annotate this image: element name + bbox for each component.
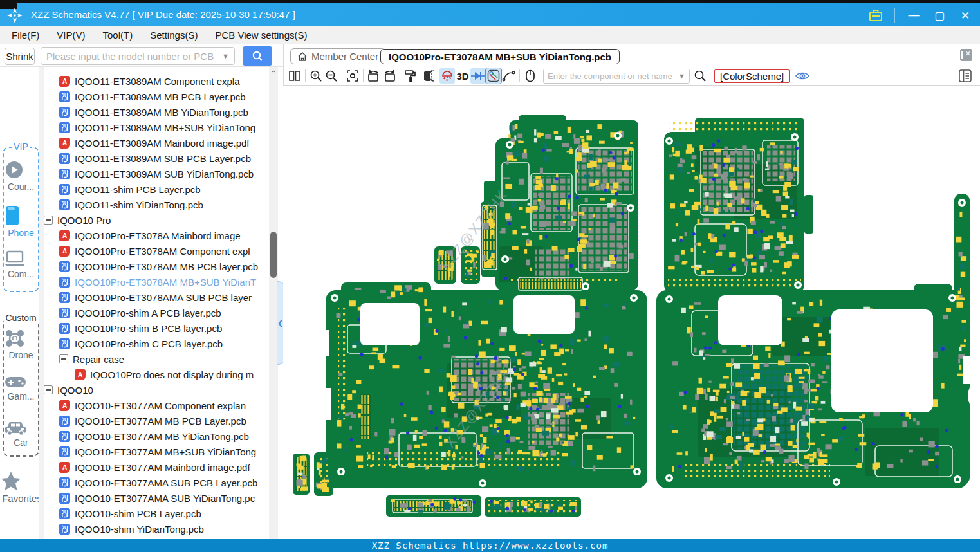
chevron-down-icon[interactable]: ▼ bbox=[678, 72, 685, 80]
net-search-combo[interactable]: ▼ bbox=[543, 69, 690, 84]
measure-icon[interactable] bbox=[486, 68, 501, 84]
sidebar-item-favorites[interactable]: Favorites bbox=[0, 471, 44, 504]
tree-item-label: IQOO10-shim YiDianTong.pcb bbox=[75, 524, 204, 535]
phone-icon bbox=[4, 205, 21, 226]
briefcase-icon[interactable] bbox=[869, 9, 883, 22]
active-tab[interactable]: IQOO10Pro-ET3078AM MB+SUB YiDianTong.pcb bbox=[380, 49, 620, 64]
diode-icon[interactable] bbox=[470, 68, 486, 84]
tree-item[interactable]: AIQOO10Pro-ET3078AM Component expl bbox=[44, 243, 269, 259]
tree-item[interactable]: IQOO10Pro-shim A PCB layer.pcb bbox=[44, 305, 269, 320]
tree-item-label: IQOO10Pro-ET3078AM MB PCB layer.pcb bbox=[75, 261, 258, 272]
tree-item[interactable]: IQOO10Pro-shim B PCB layer.pcb bbox=[44, 320, 269, 336]
tree-item-label: IQOO10Pro-shim B PCB layer.pcb bbox=[75, 323, 222, 334]
sidebar-item-game[interactable]: Gam... bbox=[4, 374, 38, 401]
tree-item[interactable]: IQOO10-ET3077AMA SUB YiDianTong.pc bbox=[44, 490, 269, 506]
tree-item[interactable]: IQOO10Pro-ET3078AM MB PCB layer.pcb bbox=[44, 259, 269, 274]
rotate-right-icon[interactable] bbox=[382, 68, 397, 84]
tree-item[interactable]: IQOO10-ET3077AM MB YiDianTong.pcb bbox=[44, 428, 269, 444]
tree-item[interactable]: AIQOO11-ET3089AM Mainbord image.pdf bbox=[44, 135, 269, 151]
tree-item[interactable]: IQOO11-ET3089AM SUB PCB Layer.pcb bbox=[44, 151, 269, 166]
model-search-input[interactable] bbox=[46, 51, 222, 62]
pdf-file-icon: A bbox=[59, 246, 70, 257]
pcb-drawing: XZZ@XZZHK XZZ@XZZHK bbox=[283, 86, 980, 539]
sidebar-scrollbar[interactable] bbox=[39, 67, 44, 539]
tree-group[interactable]: IQOO10 Pro bbox=[44, 212, 269, 228]
net-search-input[interactable] bbox=[548, 71, 678, 81]
3d-toggle[interactable]: 3D bbox=[455, 68, 470, 84]
member-center-button[interactable]: Member Center bbox=[290, 48, 385, 64]
tree-group[interactable]: IQOO10 bbox=[44, 382, 269, 398]
tree-item-label: IQOO10Pro-ET3078AM Component expl bbox=[75, 246, 250, 257]
tree-item[interactable]: IQOO11-shim YiDianTong.pcb bbox=[44, 197, 269, 212]
minimize-button[interactable]: — bbox=[907, 9, 921, 22]
menu-vip[interactable]: VIP(V) bbox=[57, 30, 85, 41]
lamp-icon[interactable] bbox=[439, 68, 455, 84]
tree-scroll-up-arrow[interactable]: ⌃ bbox=[269, 69, 278, 77]
layers-panel-icon[interactable] bbox=[958, 69, 972, 83]
sidebar-item-car[interactable]: Car bbox=[4, 419, 38, 448]
rotate-left-icon[interactable] bbox=[366, 68, 382, 84]
sidebar-item-course[interactable]: Cour... bbox=[4, 160, 38, 192]
tree-item[interactable]: IQOO11-ET3089AM MB+SUB YiDianTong bbox=[44, 120, 269, 135]
tree-item[interactable]: IQOO10-shim YiDianTong.pcb bbox=[44, 521, 269, 537]
pdf-file-icon: A bbox=[59, 230, 70, 241]
pcb-viewport[interactable]: XZZ@XZZHK XZZ@XZZHK bbox=[283, 86, 980, 539]
close-button[interactable]: ✕ bbox=[958, 9, 972, 23]
split-view-icon[interactable] bbox=[287, 68, 302, 84]
maximize-button[interactable]: ▢ bbox=[932, 9, 947, 23]
mirror-icon[interactable] bbox=[424, 68, 439, 84]
tree-item[interactable]: AIQOO10Pro does not display during m bbox=[44, 367, 269, 382]
tree-item[interactable]: IQOO10Pro-ET3078AM MB+SUB YiDianT bbox=[44, 274, 269, 290]
tree-item[interactable]: IQOO10-ET3077AM MB PCB Layer.pcb bbox=[44, 413, 269, 428]
zoom-out-icon[interactable] bbox=[324, 68, 339, 84]
chevron-down-icon[interactable]: ▼ bbox=[222, 52, 229, 60]
tree-item[interactable]: IQOO10-shim PCB Layer.pcb bbox=[44, 506, 269, 521]
sidebar-item-phone[interactable]: Phone bbox=[4, 205, 38, 238]
pcb-file-icon bbox=[59, 277, 70, 288]
pdf-file-icon: A bbox=[59, 138, 70, 149]
mouse-icon[interactable] bbox=[522, 68, 538, 84]
tree-scrollbar-thumb[interactable] bbox=[270, 232, 277, 278]
menu-tool[interactable]: Tool(T) bbox=[103, 30, 133, 41]
tree-item[interactable]: IQOO11-shim PCB Layer.pcb bbox=[44, 181, 269, 197]
tree-item-label: IQOO10Pro-ET3078A Mainbord image bbox=[75, 230, 241, 241]
tree-item[interactable]: AIQOO10Pro-ET3078A Mainbord image bbox=[44, 228, 269, 243]
titlebar-separator bbox=[894, 8, 895, 23]
tree-item-label: IQOO11-shim PCB Layer.pcb bbox=[75, 184, 201, 195]
tree-item-label: IQOO10Pro does not display during m bbox=[90, 369, 254, 380]
tree-item[interactable]: IQOO11-ET3089AM SUB YiDianTong.pcb bbox=[44, 166, 269, 181]
collapse-toggle-icon[interactable] bbox=[44, 385, 53, 394]
tree-item[interactable]: IQOO11-ET3089AM MB YiDianTong.pcb bbox=[44, 104, 269, 120]
paint-roller-icon[interactable] bbox=[403, 68, 418, 84]
tree-item-label: IQOO11-ET3089AM SUB PCB Layer.pcb bbox=[75, 153, 251, 164]
pdf-file-icon: A bbox=[75, 369, 86, 380]
net-search-magnifier-icon[interactable] bbox=[692, 68, 708, 84]
tree-item[interactable]: AIQOO10-ET3077AM Mainbord image.pdf bbox=[44, 459, 269, 475]
colorscheme-button[interactable]: [ColorScheme] bbox=[714, 69, 790, 83]
collapse-toggle-icon[interactable] bbox=[44, 216, 53, 225]
tree-item-label: IQOO10Pro-ET3078AM MB+SUB YiDianT bbox=[75, 277, 256, 288]
visibility-eye-icon[interactable] bbox=[795, 68, 810, 84]
tree-item[interactable]: IQOO10Pro-ET3078AMA SUB PCB layer bbox=[44, 290, 269, 305]
model-search-button[interactable] bbox=[243, 46, 272, 66]
tree-item[interactable]: AIQOO11-ET3089AM Component expla bbox=[44, 73, 269, 89]
tree-item[interactable]: AIQOO10-ET3077AM Component explan bbox=[44, 398, 269, 413]
curve-icon[interactable] bbox=[501, 68, 517, 84]
zoom-in-icon[interactable] bbox=[308, 68, 324, 84]
menu-pcb-view-settings[interactable]: PCB View settings(S) bbox=[215, 30, 307, 41]
menu-file[interactable]: File(F) bbox=[12, 30, 39, 41]
tree-item[interactable]: IQOO10-ET3077AM MB+SUB YiDianTong bbox=[44, 444, 269, 459]
collapse-toggle-icon[interactable] bbox=[59, 354, 68, 363]
fit-view-icon[interactable] bbox=[345, 68, 360, 84]
sidebar-item-computer[interactable]: Com... bbox=[4, 250, 38, 279]
tree-group[interactable]: Repair case bbox=[44, 351, 269, 367]
shrink-button[interactable]: Shrink bbox=[5, 48, 35, 65]
model-search-combo[interactable]: ▼ bbox=[41, 47, 235, 65]
sidebar-item-drone[interactable]: Drone bbox=[4, 328, 38, 360]
tree-item[interactable]: IQOO10Pro-shim C PCB layer.pcb bbox=[44, 336, 269, 351]
close-panel-icon[interactable] bbox=[960, 49, 972, 61]
tree-item[interactable]: IQOO10-ET3077AMA SUB PCB Layer.pcb bbox=[44, 475, 269, 490]
tree-item-label: IQOO11-shim YiDianTong.pcb bbox=[75, 199, 203, 210]
tree-item[interactable]: IQOO11-ET3089AM MB PCB Layer.pcb bbox=[44, 89, 269, 104]
menu-settings[interactable]: Settings(S) bbox=[150, 30, 198, 41]
